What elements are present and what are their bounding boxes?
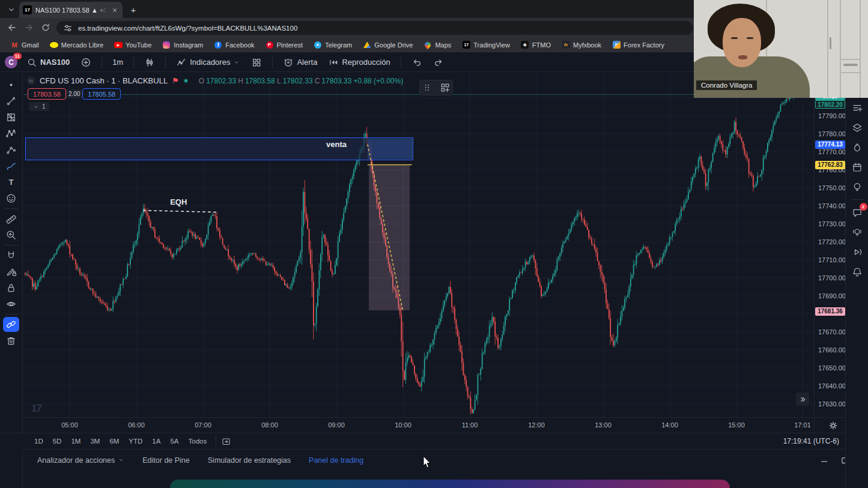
bookmark-youtube[interactable]: ▶YouTube bbox=[110, 40, 156, 50]
bookmark-ftmo[interactable]: ◈FTMO bbox=[517, 40, 555, 50]
text-tool-icon[interactable]: T bbox=[3, 174, 20, 190]
ruler-tool-icon[interactable] bbox=[3, 211, 20, 227]
url-text: es.tradingview.com/chart/ftZL6sWg/?symbo… bbox=[78, 25, 297, 32]
drawing-edit-lock-tool-icon[interactable] bbox=[3, 264, 20, 280]
browser-tab[interactable]: 17 NAS100 17803.58 ▲ +0.03% Si bbox=[19, 2, 123, 18]
time-tick: 17:01 bbox=[789, 421, 816, 429]
user-avatar[interactable]: C 11 bbox=[5, 56, 17, 68]
go-to-date-icon[interactable] bbox=[221, 436, 231, 447]
webcam-name-label: Conrado Villagra bbox=[696, 80, 757, 90]
brush-tool-icon[interactable] bbox=[3, 158, 20, 174]
chart-style-button[interactable] bbox=[140, 55, 159, 70]
hide-all-tool-icon[interactable] bbox=[3, 296, 20, 312]
tab-close-icon[interactable] bbox=[111, 6, 119, 14]
market-status-icon[interactable] bbox=[183, 78, 189, 83]
bookmark-myfxbook[interactable]: fxMyfxbook bbox=[557, 40, 605, 50]
flag-icon[interactable]: ⚑ bbox=[172, 76, 179, 85]
lock-all-tool-icon[interactable] bbox=[3, 280, 20, 296]
calendar-icon[interactable] bbox=[848, 157, 866, 177]
compare-symbol-button[interactable] bbox=[76, 55, 96, 70]
redo-button[interactable] bbox=[429, 55, 448, 70]
ohlc-values: O17802.33 H17803.58 L17802.33 C17803.33 … bbox=[199, 77, 403, 85]
bookmark-facebook[interactable]: fFacebook bbox=[210, 40, 258, 50]
interval-button[interactable]: 1m bbox=[108, 56, 127, 68]
address-bar[interactable]: es.tradingview.com/chart/ftZL6sWg/?symbo… bbox=[56, 21, 693, 35]
range-button-ytd[interactable]: YTD bbox=[124, 436, 147, 447]
chart-pane[interactable]: venta EQH bbox=[24, 72, 814, 417]
gmail-icon: M bbox=[10, 41, 19, 49]
collapse-right-panel-button[interactable] bbox=[796, 393, 809, 406]
displacement-zone-box[interactable] bbox=[369, 165, 410, 310]
hotlists-icon[interactable] bbox=[848, 137, 866, 157]
pattern-tool-icon[interactable] bbox=[3, 125, 20, 142]
trend-line-tool-icon[interactable] bbox=[3, 93, 20, 109]
bookmark-maps[interactable]: Maps bbox=[419, 40, 455, 50]
symbol-search-button[interactable]: NAS100 bbox=[22, 55, 74, 70]
sell-button[interactable]: 17803.58 bbox=[28, 88, 66, 100]
streams-icon[interactable] bbox=[848, 242, 866, 262]
notifications-icon[interactable] bbox=[848, 262, 866, 282]
symbol-title[interactable]: CFD US 100 Cash · 1 · BLACKBULL bbox=[40, 76, 168, 85]
legend-collapse-button[interactable]: 1 bbox=[29, 102, 49, 111]
panel-tab-editor-de-pine[interactable]: Editor de Pine bbox=[135, 453, 197, 468]
emoji-tool-icon[interactable] bbox=[3, 190, 20, 206]
range-button-6m[interactable]: 6M bbox=[105, 436, 123, 447]
range-button-1m[interactable]: 1M bbox=[67, 436, 85, 447]
panel-tab-simulador-de-estrategias[interactable]: Simulador de estrategias bbox=[201, 453, 298, 468]
range-button-todos[interactable]: Todos bbox=[184, 436, 211, 447]
bookmark-forexfactory[interactable]: FForex Factory bbox=[608, 40, 669, 50]
clock-utc[interactable]: 17:19:41 (UTC-6) bbox=[783, 437, 839, 445]
undo-button[interactable] bbox=[407, 55, 426, 70]
range-button-1d[interactable]: 1D bbox=[30, 436, 47, 447]
gann-tool-icon[interactable] bbox=[3, 109, 20, 125]
public-ideas-icon[interactable] bbox=[848, 222, 866, 242]
time-axis[interactable]: 05:0006:0007:0008:0009:0010:0011:0012:00… bbox=[24, 417, 814, 433]
range-button-5d[interactable]: 5D bbox=[49, 436, 66, 447]
price-axis[interactable]: 00:19 17802.20 17790.0017780.0017770.001… bbox=[814, 72, 845, 417]
minimize-panel-icon[interactable] bbox=[819, 455, 830, 466]
chevron-down-icon bbox=[32, 103, 40, 110]
bookmark-drive[interactable]: Google Drive bbox=[359, 40, 417, 50]
indicators-button[interactable]: Indicadores bbox=[172, 55, 244, 70]
new-tab-button[interactable]: + bbox=[127, 4, 139, 16]
replay-button[interactable]: Reproducción bbox=[324, 55, 394, 70]
chat-icon[interactable]: 2 bbox=[848, 202, 866, 222]
ideas-icon[interactable] bbox=[848, 177, 866, 197]
forward-icon[interactable] bbox=[22, 20, 36, 35]
watchlist-icon[interactable] bbox=[848, 98, 866, 118]
mercadolibre-icon bbox=[50, 41, 58, 49]
sell-zone-label: venta bbox=[312, 140, 360, 149]
range-button-5a[interactable]: 5A bbox=[166, 436, 183, 447]
remove-drawings-tool-icon[interactable] bbox=[3, 333, 20, 349]
zoom-in-tool-icon[interactable] bbox=[3, 227, 20, 243]
cursor-tool-icon[interactable] bbox=[3, 77, 20, 93]
gear-icon[interactable] bbox=[828, 420, 839, 431]
bookmark-tradingview[interactable]: 17TradingView bbox=[458, 40, 514, 50]
indicator-templates-button[interactable] bbox=[247, 55, 266, 70]
promo-banner[interactable] bbox=[170, 480, 730, 488]
drag-handle-icon[interactable] bbox=[422, 82, 432, 93]
buy-button[interactable]: 17805.58 bbox=[82, 88, 121, 100]
forexfactory-icon: F bbox=[612, 41, 621, 49]
entry-zone-box[interactable] bbox=[368, 139, 413, 160]
object-tree-icon[interactable] bbox=[848, 118, 866, 137]
back-icon[interactable] bbox=[5, 20, 19, 35]
bookmark-gmail[interactable]: MGmail bbox=[6, 40, 43, 50]
panel-tab-analizador-de-acciones[interactable]: Analizador de acciones bbox=[30, 453, 132, 468]
bookmark-mercadolibre[interactable]: Mercado Libre bbox=[46, 40, 108, 50]
bookmark-instagram[interactable]: Instagram bbox=[158, 40, 207, 50]
link-tool-icon[interactable] bbox=[3, 317, 19, 332]
floating-drawing-toolbar[interactable] bbox=[419, 80, 453, 95]
tab-search-icon[interactable] bbox=[5, 3, 18, 16]
manage-layouts-icon[interactable] bbox=[440, 82, 451, 93]
reload-icon[interactable] bbox=[38, 20, 53, 35]
forecast-tool-icon[interactable] bbox=[3, 142, 20, 158]
range-button-1a[interactable]: 1A bbox=[148, 436, 165, 447]
bookmark-pinterest[interactable]: PPinterest bbox=[261, 40, 307, 50]
site-info-icon[interactable] bbox=[62, 23, 73, 34]
magnet-tool-icon[interactable] bbox=[3, 247, 20, 264]
alert-button[interactable]: Alerta bbox=[279, 55, 321, 70]
panel-tab-panel-de-trading[interactable]: Panel de trading bbox=[302, 453, 371, 468]
bookmark-telegram[interactable]: ➤Telegram bbox=[309, 40, 356, 50]
range-button-3m[interactable]: 3M bbox=[86, 436, 104, 447]
